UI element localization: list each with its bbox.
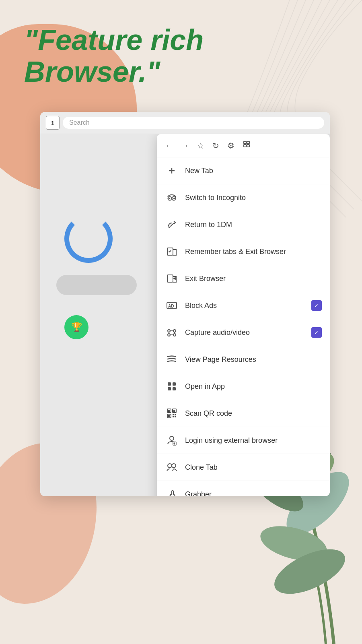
block-ads-icon: AD xyxy=(165,299,179,312)
browser-mock: 1 Search 🏆 ← → ☆ ↻ ⚙ xyxy=(40,112,330,496)
browser-loading-circle xyxy=(64,215,113,263)
grabber-icon xyxy=(165,487,179,496)
trophy-button[interactable]: 🏆 xyxy=(64,315,88,339)
new-tab-label: New Tab xyxy=(185,166,322,175)
grabber-label: Grabber xyxy=(185,490,322,497)
svg-rect-43 xyxy=(173,414,174,415)
search-bar[interactable]: Search xyxy=(63,117,324,129)
svg-rect-36 xyxy=(173,387,176,390)
svg-point-25 xyxy=(168,330,170,332)
scan-qr-label: Scan QR code xyxy=(185,409,322,418)
menu-item-login-external[interactable]: Login using external browser xyxy=(157,427,330,454)
capture-av-checkbox[interactable]: ✓ xyxy=(311,327,322,338)
forward-icon[interactable]: → xyxy=(181,141,189,150)
capture-av-label: Capture audio/video xyxy=(185,328,305,337)
menu-item-grabber[interactable]: Grabber xyxy=(157,481,330,496)
settings-icon[interactable]: ⚙ xyxy=(227,141,234,151)
svg-point-49 xyxy=(168,464,172,468)
svg-rect-40 xyxy=(168,410,170,412)
svg-text:AD: AD xyxy=(168,304,174,308)
svg-rect-11 xyxy=(247,144,249,147)
menu-icon[interactable] xyxy=(243,140,252,151)
svg-point-47 xyxy=(170,436,174,440)
menu-item-block-ads[interactable]: AD Block Ads ✓ xyxy=(157,292,330,319)
svg-rect-9 xyxy=(247,141,249,144)
svg-rect-33 xyxy=(168,382,171,386)
svg-rect-41 xyxy=(173,410,175,412)
svg-rect-17 xyxy=(173,198,175,199)
svg-rect-21 xyxy=(167,275,173,282)
block-ads-label: Block Ads xyxy=(185,301,305,310)
capture-av-icon xyxy=(165,326,179,339)
svg-rect-10 xyxy=(244,144,246,147)
svg-point-28 xyxy=(173,334,176,336)
tab-count-badge[interactable]: 1 xyxy=(46,116,60,130)
browser-content-bar xyxy=(56,275,137,295)
browser-content: 🏆 ← → ☆ ↻ ⚙ xyxy=(40,134,330,496)
menu-item-return-1dm[interactable]: Return to 1DM xyxy=(157,211,330,238)
view-resources-label: View Page Resources xyxy=(185,355,322,364)
view-resources-icon xyxy=(165,353,179,366)
menu-item-clone-tab[interactable]: Clone Tab xyxy=(157,454,330,481)
page-heading: "Feature rich Browser." xyxy=(0,0,362,104)
clone-tab-icon xyxy=(165,460,179,474)
return-1dm-label: Return to 1DM xyxy=(185,220,322,229)
svg-rect-34 xyxy=(173,382,176,386)
svg-point-26 xyxy=(173,330,176,332)
scan-qr-icon xyxy=(165,407,179,420)
svg-rect-35 xyxy=(168,387,171,390)
dropdown-menu: ← → ☆ ↻ ⚙ New Ta xyxy=(157,134,330,496)
menu-item-exit-browser[interactable]: Exit Browser xyxy=(157,265,330,292)
menu-item-scan-qr[interactable]: Scan QR code xyxy=(157,400,330,427)
menu-item-open-app[interactable]: Open in App xyxy=(157,373,330,400)
login-external-icon xyxy=(165,433,179,447)
clone-tab-label: Clone Tab xyxy=(185,463,322,472)
incognito-icon xyxy=(165,191,179,204)
menu-item-incognito[interactable]: Switch to Incognito xyxy=(157,184,330,211)
remember-tabs-label: Remember tabs & Exit Browser xyxy=(185,247,322,256)
back-icon[interactable]: ← xyxy=(165,141,173,150)
remember-tabs-icon xyxy=(165,245,179,258)
return-1dm-icon xyxy=(165,218,179,231)
svg-rect-45 xyxy=(173,416,174,417)
incognito-label: Switch to Incognito xyxy=(185,193,322,202)
dropdown-toolbar: ← → ☆ ↻ ⚙ xyxy=(157,134,330,157)
browser-toolbar: 1 Search xyxy=(40,112,330,134)
star-icon[interactable]: ☆ xyxy=(197,141,204,151)
plus-icon xyxy=(165,164,179,178)
svg-rect-8 xyxy=(244,141,246,144)
refresh-icon[interactable]: ↻ xyxy=(212,141,219,151)
login-external-label: Login using external browser xyxy=(185,436,322,445)
svg-rect-16 xyxy=(169,198,170,199)
svg-point-50 xyxy=(172,464,176,468)
svg-rect-42 xyxy=(168,415,170,417)
menu-item-view-resources[interactable]: View Page Resources xyxy=(157,346,330,373)
exit-browser-label: Exit Browser xyxy=(185,274,322,283)
heading-line1: "Feature rich xyxy=(24,24,204,56)
open-app-icon xyxy=(165,380,179,393)
heading-line2: Browser." xyxy=(24,56,160,88)
block-ads-checkbox[interactable]: ✓ xyxy=(311,300,322,311)
svg-point-18 xyxy=(169,227,170,228)
menu-item-remember-tabs[interactable]: Remember tabs & Exit Browser xyxy=(157,238,330,265)
svg-point-27 xyxy=(168,334,170,336)
exit-browser-icon xyxy=(165,272,179,285)
menu-item-capture-av[interactable]: Capture audio/video ✓ xyxy=(157,319,330,346)
open-app-label: Open in App xyxy=(185,382,322,391)
svg-rect-44 xyxy=(175,414,176,415)
menu-item-new-tab[interactable]: New Tab xyxy=(157,157,330,184)
svg-rect-46 xyxy=(175,416,176,417)
